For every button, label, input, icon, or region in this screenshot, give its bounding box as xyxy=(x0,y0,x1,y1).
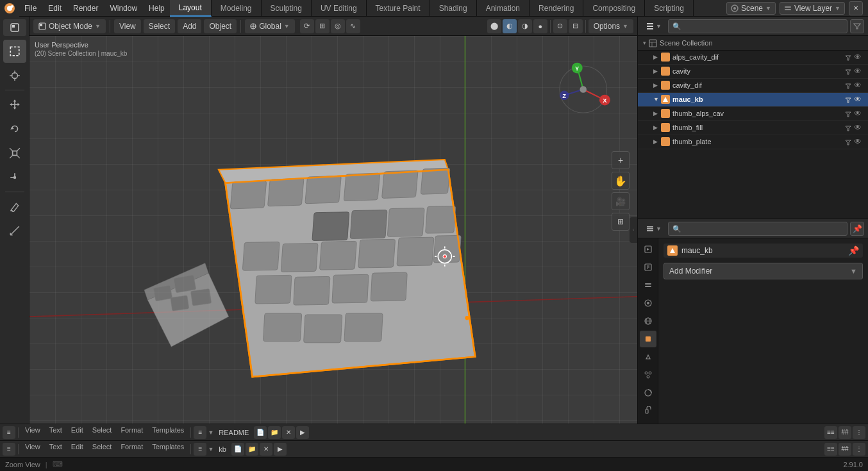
viewport-shading-material[interactable]: ◑ xyxy=(518,19,532,33)
add-modifier-btn[interactable]: Add Modifier ▼ xyxy=(664,263,863,279)
curve-btn[interactable]: ∿ xyxy=(346,19,360,33)
menu-help[interactable]: Help xyxy=(144,3,170,14)
particles-props-btn[interactable] xyxy=(640,367,656,383)
bottom1-num-btn[interactable]: ## xyxy=(839,426,851,439)
outliner-row-thumb-alps-cav[interactable]: ▶ thumb_alps_cav 👁 xyxy=(638,107,868,121)
bottom2-view[interactable]: View xyxy=(21,443,44,456)
menu-edit[interactable]: Edit xyxy=(43,3,67,14)
props-type-btn[interactable]: ▼ xyxy=(642,222,665,236)
visibility-icon-5[interactable]: 👁 xyxy=(854,123,863,132)
viewport-overlays[interactable]: ⊙ xyxy=(553,19,567,33)
bottom1-close-btn[interactable]: ✕ xyxy=(282,426,295,439)
bottom1-edit[interactable]: Edit xyxy=(67,426,87,439)
visibility-icon-2[interactable]: 👁 xyxy=(854,81,863,90)
tab-sculpting[interactable]: Sculpting xyxy=(262,0,312,17)
tab-scripting[interactable]: Scripting xyxy=(645,0,694,17)
proportional-btn[interactable]: ◎ xyxy=(331,19,345,33)
physics-props-btn[interactable] xyxy=(640,384,656,401)
outliner-type-btn[interactable]: ▼ xyxy=(642,19,665,33)
snap-btn[interactable]: ⊞ xyxy=(315,19,330,33)
viewport-shading-render[interactable]: ● xyxy=(533,19,547,33)
options-dropdown[interactable]: Options ▼ xyxy=(588,19,633,33)
bottom1-open-btn[interactable]: 📁 xyxy=(268,426,281,439)
bottom2-edit[interactable]: Edit xyxy=(67,443,87,456)
viewport-3d[interactable]: X Y Z User Perspective (20) Scene Collec… xyxy=(29,36,637,424)
outliner-search[interactable] xyxy=(668,19,847,33)
scale-tool-btn[interactable] xyxy=(3,142,26,165)
bottom2-select[interactable]: Select xyxy=(88,443,116,456)
world-props-btn[interactable] xyxy=(640,313,656,329)
props-pin-btn[interactable]: 📌 xyxy=(850,222,864,236)
bottom1-view[interactable]: View xyxy=(21,426,44,439)
bottom1-wrap-btn[interactable]: ≡≡ xyxy=(824,426,837,439)
pan-btn[interactable]: ✋ xyxy=(612,172,630,190)
outliner-row-thumb-plate[interactable]: ▶ thumb_plate 👁 xyxy=(638,135,868,149)
outliner-row-mauc-kb[interactable]: ▼ mauc_kb 👁 xyxy=(638,93,868,107)
visibility-icon-6[interactable]: 👁 xyxy=(854,137,863,146)
select-menu[interactable]: Select xyxy=(144,19,175,33)
bottom1-run-btn[interactable]: ▶ xyxy=(296,426,309,439)
transform-tool-btn[interactable] xyxy=(3,166,26,189)
rotate-tool-btn[interactable] xyxy=(3,117,26,140)
bottom2-close-btn[interactable]: ✕ xyxy=(260,443,272,456)
bottom2-templates[interactable]: Templates xyxy=(148,443,188,456)
bottom2-num-btn[interactable]: ## xyxy=(839,443,851,456)
menu-file[interactable]: File xyxy=(19,3,42,14)
measure-tool-btn[interactable] xyxy=(3,219,26,242)
bottom2-run-btn[interactable]: ▶ xyxy=(274,443,287,456)
mode-dropdown[interactable]: Object Mode ▼ xyxy=(33,19,106,33)
collapse-right-panel[interactable]: ‹ xyxy=(630,217,637,243)
close-window-btn[interactable]: ✕ xyxy=(849,1,863,15)
bottom2-open-btn[interactable]: 📁 xyxy=(246,443,258,456)
cursor-tool-btn[interactable] xyxy=(3,64,26,87)
tab-shading[interactable]: Shading xyxy=(430,0,477,17)
view-layer-dropdown[interactable]: View Layer ▼ xyxy=(780,2,845,15)
select-box-tool-btn[interactable] xyxy=(3,40,26,63)
tab-compositing[interactable]: Compositing xyxy=(583,0,645,17)
output-props-btn[interactable] xyxy=(640,259,656,276)
bottom1-new-btn[interactable]: 📄 xyxy=(254,426,267,439)
bottom1-templates[interactable]: Templates xyxy=(148,426,188,439)
outliner-row-cavity-dif[interactable]: ▶ cavity_dif 👁 xyxy=(638,79,868,93)
bottom2-type-btn[interactable]: ≡ xyxy=(3,443,15,456)
move-tool-btn[interactable] xyxy=(3,93,26,116)
add-menu[interactable]: Add xyxy=(178,19,201,33)
outliner-row-alps-cavity-dif[interactable]: ▶ alps_cavity_dif 👁 xyxy=(638,51,868,65)
bottom2-text[interactable]: Text xyxy=(46,443,66,456)
bottom2-wrap-btn[interactable]: ≡≡ xyxy=(824,443,837,456)
modifier-props-btn[interactable] xyxy=(640,349,656,365)
bottom2-type2-btn[interactable]: ≡ xyxy=(194,443,206,456)
menu-render[interactable]: Render xyxy=(68,3,103,14)
xray-toggle[interactable]: ⊟ xyxy=(569,19,583,33)
bottom1-type2-btn[interactable]: ≡ xyxy=(194,426,206,439)
tab-uv-editing[interactable]: UV Editing xyxy=(312,0,367,17)
viewport-shading-wire[interactable]: ⬤ xyxy=(487,19,501,33)
tab-animation[interactable]: Animation xyxy=(477,0,530,17)
object-menu[interactable]: Object xyxy=(204,19,237,33)
viewport-shading-solid[interactable]: ◐ xyxy=(503,19,517,33)
render-region-btn[interactable]: ⊞ xyxy=(612,213,630,231)
view-menu[interactable]: View xyxy=(114,19,141,33)
visibility-icon-1[interactable]: 👁 xyxy=(854,67,863,76)
menu-window[interactable]: Window xyxy=(104,3,142,14)
pin-object-btn[interactable]: 📌 xyxy=(848,245,859,256)
visibility-icon-4[interactable]: 👁 xyxy=(854,109,863,118)
bottom1-format[interactable]: Format xyxy=(117,426,147,439)
annotate-tool-btn[interactable] xyxy=(3,195,26,218)
constraints-props-btn[interactable] xyxy=(640,402,656,419)
props-search[interactable] xyxy=(668,222,847,236)
tab-texture-paint[interactable]: Texture Paint xyxy=(367,0,430,17)
bottom1-type-btn[interactable]: ≡ xyxy=(3,426,15,439)
tab-modeling[interactable]: Modeling xyxy=(212,0,262,17)
visibility-icon-0[interactable]: 👁 xyxy=(854,53,863,62)
scene-props-btn[interactable] xyxy=(640,295,656,311)
bottom2-format[interactable]: Format xyxy=(117,443,147,456)
zoom-in-btn[interactable]: + xyxy=(612,151,630,169)
outliner-row-thumb-fill[interactable]: ▶ thumb_fill 👁 xyxy=(638,121,868,135)
object-props-btn[interactable] xyxy=(640,331,656,347)
view-layer-props-btn[interactable] xyxy=(640,277,656,293)
scene-dropdown[interactable]: Scene ▼ xyxy=(726,2,776,15)
outliner-filter-btn[interactable] xyxy=(850,19,864,33)
bottom2-new-btn[interactable]: 📄 xyxy=(231,443,244,456)
camera-btn[interactable]: 🎥 xyxy=(612,192,630,210)
